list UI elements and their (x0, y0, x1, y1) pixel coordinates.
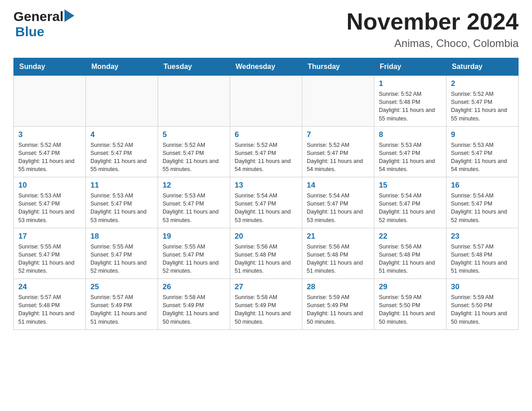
day-number: 4 (90, 130, 153, 139)
day-info: Sunrise: 5:53 AMSunset: 5:47 PMDaylight:… (451, 141, 514, 174)
calendar-day: 6Sunrise: 5:52 AMSunset: 5:47 PMDaylight… (230, 126, 302, 177)
day-info: Sunrise: 5:57 AMSunset: 5:48 PMDaylight:… (451, 243, 514, 275)
day-number: 26 (163, 283, 225, 291)
title-section: November 2024 Animas, Choco, Colombia (347, 9, 519, 50)
day-number: 23 (451, 232, 514, 241)
day-number: 15 (379, 181, 442, 190)
day-number: 17 (18, 232, 81, 241)
day-number: 3 (18, 130, 81, 139)
calendar-day: 28Sunrise: 5:59 AMSunset: 5:49 PMDayligh… (302, 279, 374, 330)
day-number: 29 (379, 283, 442, 291)
page-header: General Blue November 2024 Animas, Choco… (13, 9, 519, 50)
calendar-day: 2Sunrise: 5:52 AMSunset: 5:47 PMDaylight… (446, 76, 519, 127)
weekday-header-sunday: Sunday (14, 58, 86, 76)
calendar-week-4: 17Sunrise: 5:55 AMSunset: 5:47 PMDayligh… (14, 228, 519, 279)
calendar-day: 15Sunrise: 5:54 AMSunset: 5:47 PMDayligh… (374, 177, 446, 228)
calendar-day: 10Sunrise: 5:53 AMSunset: 5:47 PMDayligh… (14, 177, 86, 228)
calendar-day: 30Sunrise: 5:59 AMSunset: 5:50 PMDayligh… (446, 279, 519, 330)
logo-general: General (13, 9, 64, 24)
day-number: 8 (379, 130, 442, 139)
weekday-header-saturday: Saturday (446, 58, 519, 76)
calendar-day: 19Sunrise: 5:55 AMSunset: 5:47 PMDayligh… (158, 228, 230, 279)
page-subtitle: Animas, Choco, Colombia (347, 37, 519, 50)
day-number: 22 (379, 232, 442, 241)
day-info: Sunrise: 5:52 AMSunset: 5:48 PMDaylight:… (379, 90, 442, 123)
calendar-day: 24Sunrise: 5:57 AMSunset: 5:48 PMDayligh… (14, 279, 86, 330)
calendar-week-1: 1Sunrise: 5:52 AMSunset: 5:48 PMDaylight… (14, 76, 519, 127)
day-info: Sunrise: 5:57 AMSunset: 5:49 PMDaylight:… (90, 293, 153, 326)
weekday-header-thursday: Thursday (302, 58, 374, 76)
calendar-body: 1Sunrise: 5:52 AMSunset: 5:48 PMDaylight… (14, 76, 519, 330)
day-info: Sunrise: 5:52 AMSunset: 5:47 PMDaylight:… (307, 141, 369, 174)
day-info: Sunrise: 5:52 AMSunset: 5:47 PMDaylight:… (163, 141, 225, 174)
day-number: 6 (235, 130, 297, 139)
calendar-day: 22Sunrise: 5:56 AMSunset: 5:48 PMDayligh… (374, 228, 446, 279)
calendar-day: 1Sunrise: 5:52 AMSunset: 5:48 PMDaylight… (374, 76, 446, 127)
calendar-day: 20Sunrise: 5:56 AMSunset: 5:48 PMDayligh… (230, 228, 302, 279)
day-info: Sunrise: 5:54 AMSunset: 5:47 PMDaylight:… (235, 192, 297, 224)
calendar-day: 7Sunrise: 5:52 AMSunset: 5:47 PMDaylight… (302, 126, 374, 177)
day-number: 12 (163, 181, 225, 190)
calendar-day (302, 76, 374, 127)
day-number: 24 (18, 283, 81, 291)
day-number: 9 (451, 130, 514, 139)
day-number: 10 (18, 181, 81, 190)
calendar-day: 21Sunrise: 5:56 AMSunset: 5:48 PMDayligh… (302, 228, 374, 279)
day-number: 19 (163, 232, 225, 241)
day-info: Sunrise: 5:56 AMSunset: 5:48 PMDaylight:… (235, 243, 297, 275)
weekday-header-wednesday: Wednesday (230, 58, 302, 76)
calendar-day: 8Sunrise: 5:53 AMSunset: 5:47 PMDaylight… (374, 126, 446, 177)
weekday-header-friday: Friday (374, 58, 446, 76)
day-number: 11 (90, 181, 153, 190)
logo-arrow-icon (64, 9, 74, 22)
day-number: 18 (90, 232, 153, 241)
day-number: 16 (451, 181, 514, 190)
weekday-header-monday: Monday (86, 58, 158, 76)
day-info: Sunrise: 5:58 AMSunset: 5:49 PMDaylight:… (163, 293, 225, 326)
day-number: 20 (235, 232, 297, 241)
day-number: 1 (379, 79, 442, 88)
calendar-week-2: 3Sunrise: 5:52 AMSunset: 5:47 PMDaylight… (14, 126, 519, 177)
day-number: 13 (235, 181, 297, 190)
logo-blue: Blue (15, 24, 44, 39)
calendar-table: SundayMondayTuesdayWednesdayThursdayFrid… (13, 58, 519, 330)
weekday-header-row: SundayMondayTuesdayWednesdayThursdayFrid… (14, 58, 519, 76)
calendar-week-5: 24Sunrise: 5:57 AMSunset: 5:48 PMDayligh… (14, 279, 519, 330)
calendar-day (158, 76, 230, 127)
calendar-day: 4Sunrise: 5:52 AMSunset: 5:47 PMDaylight… (86, 126, 158, 177)
day-info: Sunrise: 5:52 AMSunset: 5:47 PMDaylight:… (90, 141, 153, 174)
day-info: Sunrise: 5:54 AMSunset: 5:47 PMDaylight:… (451, 192, 514, 224)
calendar-day: 25Sunrise: 5:57 AMSunset: 5:49 PMDayligh… (86, 279, 158, 330)
day-number: 2 (451, 79, 514, 88)
day-number: 30 (451, 283, 514, 291)
day-info: Sunrise: 5:59 AMSunset: 5:50 PMDaylight:… (451, 293, 514, 326)
calendar-day: 16Sunrise: 5:54 AMSunset: 5:47 PMDayligh… (446, 177, 519, 228)
day-info: Sunrise: 5:53 AMSunset: 5:47 PMDaylight:… (379, 141, 442, 174)
day-number: 28 (307, 283, 369, 291)
calendar-week-3: 10Sunrise: 5:53 AMSunset: 5:47 PMDayligh… (14, 177, 519, 228)
day-info: Sunrise: 5:55 AMSunset: 5:47 PMDaylight:… (163, 243, 225, 275)
calendar-day: 3Sunrise: 5:52 AMSunset: 5:47 PMDaylight… (14, 126, 86, 177)
logo: General Blue (13, 9, 74, 39)
calendar-day: 18Sunrise: 5:55 AMSunset: 5:47 PMDayligh… (86, 228, 158, 279)
calendar-day: 11Sunrise: 5:53 AMSunset: 5:47 PMDayligh… (86, 177, 158, 228)
day-info: Sunrise: 5:58 AMSunset: 5:49 PMDaylight:… (235, 293, 297, 326)
day-number: 14 (307, 181, 369, 190)
day-info: Sunrise: 5:53 AMSunset: 5:47 PMDaylight:… (18, 192, 81, 224)
calendar-day: 5Sunrise: 5:52 AMSunset: 5:47 PMDaylight… (158, 126, 230, 177)
calendar-day: 26Sunrise: 5:58 AMSunset: 5:49 PMDayligh… (158, 279, 230, 330)
weekday-header-tuesday: Tuesday (158, 58, 230, 76)
calendar-day: 12Sunrise: 5:53 AMSunset: 5:47 PMDayligh… (158, 177, 230, 228)
day-number: 27 (235, 283, 297, 291)
calendar-day: 14Sunrise: 5:54 AMSunset: 5:47 PMDayligh… (302, 177, 374, 228)
calendar-day: 13Sunrise: 5:54 AMSunset: 5:47 PMDayligh… (230, 177, 302, 228)
day-info: Sunrise: 5:53 AMSunset: 5:47 PMDaylight:… (90, 192, 153, 224)
day-info: Sunrise: 5:52 AMSunset: 5:47 PMDaylight:… (18, 141, 81, 174)
day-info: Sunrise: 5:55 AMSunset: 5:47 PMDaylight:… (18, 243, 81, 275)
day-info: Sunrise: 5:59 AMSunset: 5:50 PMDaylight:… (379, 293, 442, 326)
day-info: Sunrise: 5:56 AMSunset: 5:48 PMDaylight:… (379, 243, 442, 275)
calendar-day: 23Sunrise: 5:57 AMSunset: 5:48 PMDayligh… (446, 228, 519, 279)
calendar-header: SundayMondayTuesdayWednesdayThursdayFrid… (14, 58, 519, 76)
day-number: 21 (307, 232, 369, 241)
calendar-day: 29Sunrise: 5:59 AMSunset: 5:50 PMDayligh… (374, 279, 446, 330)
